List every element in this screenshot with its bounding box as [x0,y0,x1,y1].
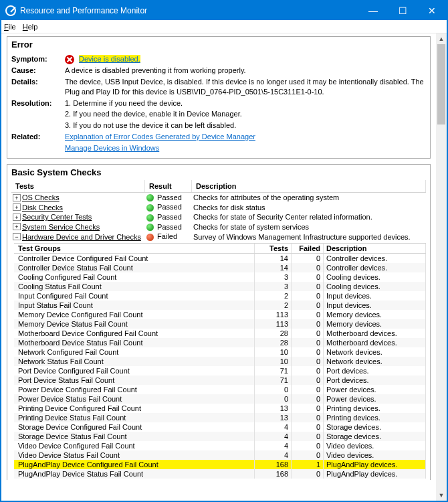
test-group-row[interactable]: Memory Device Configured Fail Count1130M… [14,310,426,319]
col-tests[interactable]: Tests [11,180,145,192]
error-panel: Error Symptom: Device is disabled. Cause… [7,36,431,159]
test-group-failed: 0 [292,366,324,375]
test-group-row[interactable]: Printing Device Status Fail Count130Prin… [14,413,426,422]
test-group-tests: 2 [255,291,292,301]
maximize-button[interactable]: ☐ [388,1,417,20]
title-bar: Resource and Performance Monitor — ☐ ✕ [1,1,447,20]
test-group-row[interactable]: Motherboard Device Configured Fail Count… [14,329,426,338]
test-group-row[interactable]: Input Status Fail Count20Input devices. [14,301,426,310]
vertical-scrollbar[interactable]: ▲ ▼ [436,33,447,501]
scroll-thumb[interactable] [437,44,445,124]
test-group-row[interactable]: Port Device Configured Fail Count710Port… [14,366,426,375]
close-button[interactable]: ✕ [417,1,447,20]
check-result: Passed [157,193,182,201]
test-group-row[interactable]: Memory Device Status Fail Count1130Memor… [14,319,426,329]
col-result[interactable]: Result [145,180,192,192]
test-group-failed: 0 [292,385,324,394]
test-group-name: Cooling Status Fail Count [14,282,255,291]
test-group-row[interactable]: Storage Device Configured Fail Count40St… [14,422,426,432]
test-group-row[interactable]: Port Device Status Fail Count710Port dev… [14,375,426,385]
check-name-link[interactable]: System Service Checks [22,223,100,231]
test-group-row[interactable]: Controller Device Configured Fail Count1… [14,254,426,263]
subcol-desc[interactable]: Description [324,244,426,253]
check-desc: Checks for attributes of the operating s… [193,193,426,201]
test-group-name: Controller Device Configured Fail Count [14,254,255,263]
check-name-link[interactable]: OS Checks [22,193,60,201]
expand-icon[interactable]: + [13,223,21,230]
test-group-tests: 3 [255,282,292,291]
test-group-row[interactable]: Printing Device Configured Fail Count130… [14,404,426,413]
test-group-row[interactable]: Cooling Status Fail Count30Cooling devic… [14,282,426,291]
test-group-row[interactable]: PlugAndPlay Device Configured Fail Count… [14,460,426,469]
check-row: +Security Center Tests PassedChecks for … [11,212,426,222]
test-group-row[interactable]: Motherboard Device Status Fail Count280M… [14,338,426,347]
test-group-failed: 0 [292,319,324,329]
col-description[interactable]: Description [192,180,426,192]
test-group-desc: PlugAndPlay devices. [324,460,426,469]
test-group-row[interactable]: Input Configured Fail Count20Input devic… [14,291,426,301]
error-header: Error [7,37,430,52]
test-group-row[interactable]: Storage Device Status Fail Count40Storag… [14,432,426,441]
test-group-tests: 168 [255,469,292,479]
menu-help[interactable]: Help [23,23,38,31]
expand-icon[interactable]: + [13,214,21,221]
test-group-row[interactable]: Power Device Configured Fail Count00Powe… [14,385,426,394]
check-desc: Checks for state of system services [193,223,426,231]
test-group-name: Printing Device Configured Fail Count [14,404,255,413]
menu-file[interactable]: File [4,23,16,31]
related-link-2[interactable]: Manage Devices in Windows [65,144,159,152]
status-icon [146,194,154,201]
related-link-1[interactable]: Explanation of Error Codes Generated by … [65,133,255,141]
test-group-row[interactable]: Network Status Fail Count100Network devi… [14,357,426,366]
test-group-failed: 0 [292,375,324,385]
test-group-tests: 0 [255,394,292,404]
expand-icon[interactable]: − [13,233,21,240]
details-value: The device, USB Input Device, is disable… [65,77,426,97]
status-icon [146,204,154,212]
symptom-link[interactable]: Device is disabled. [79,55,140,63]
test-group-row[interactable]: Controller Device Status Fail Count140Co… [14,263,426,272]
test-group-row[interactable]: Video Device Configured Fail Count40Vide… [14,441,426,450]
check-result: Passed [157,223,182,231]
cause-value: A device is disabled preventing it from … [65,66,426,76]
subcol-groups[interactable]: Test Groups [14,244,255,253]
expand-icon[interactable]: + [13,194,21,201]
minimize-button[interactable]: — [358,1,388,20]
test-group-name: Cooling Configured Fail Count [14,272,255,282]
scroll-down-icon[interactable]: ▼ [436,490,447,501]
test-group-tests: 113 [255,319,292,329]
test-group-failed: 0 [292,432,324,441]
check-row: +OS Checks PassedChecks for attributes o… [11,193,426,203]
test-group-desc: Storage devices. [324,432,426,441]
test-group-row[interactable]: Video Device Status Fail Count40Video de… [14,450,426,460]
test-group-tests: 4 [255,450,292,460]
test-group-row[interactable]: Cooling Configured Fail Count30Cooling d… [14,272,426,282]
check-result: Failed [157,232,177,240]
test-group-failed: 0 [292,272,324,282]
check-desc: Checks for state of Security Center rela… [193,213,426,221]
expand-icon[interactable]: + [13,203,21,211]
test-group-name: PlugAndPlay Device Status Fail Count [14,469,255,479]
test-group-row[interactable]: PlugAndPlay Device Status Fail Count1680… [14,469,426,479]
test-group-desc: Power devices. [324,385,426,394]
test-group-tests: 10 [255,357,292,366]
test-group-failed: 0 [292,469,324,479]
test-group-tests: 2 [255,301,292,310]
check-name-link[interactable]: Hardware Device and Driver Checks [22,233,141,241]
test-group-name: Power Device Status Fail Count [14,394,255,404]
test-group-desc: Video devices. [324,441,426,450]
test-group-row[interactable]: Power Device Status Fail Count00Power de… [14,394,426,404]
test-group-desc: Input devices. [324,291,426,301]
check-name-link[interactable]: Security Center Tests [22,213,92,221]
subcol-failed[interactable]: Failed [292,244,324,253]
subcol-tests[interactable]: Tests [255,244,292,253]
scroll-up-icon[interactable]: ▲ [436,33,447,44]
test-group-name: Storage Device Status Fail Count [14,432,255,441]
test-group-row[interactable]: Network Configured Fail Count100Network … [14,347,426,357]
status-icon [146,234,154,241]
symptom-label: Symptom: [11,54,65,64]
checks-panel: Basic System Checks Tests Result Descrip… [7,164,431,480]
check-name-link[interactable]: Disk Checks [22,203,63,212]
test-group-desc: Storage devices. [324,422,426,432]
test-group-name: Video Device Status Fail Count [14,450,255,460]
